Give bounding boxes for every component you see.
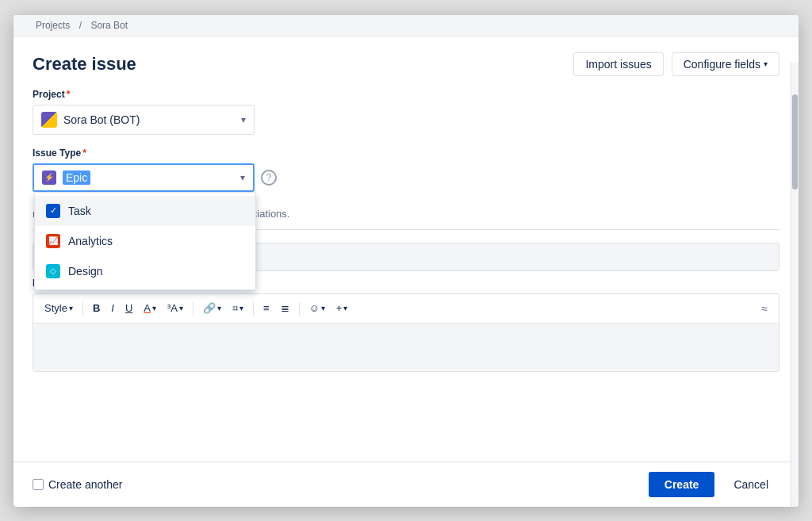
font-size-button[interactable]: ³A ▾ (163, 299, 188, 317)
editor-toolbar: Style ▾ B I U (33, 294, 779, 324)
header-buttons: Import issues Configure fields ▾ (573, 52, 779, 76)
modal: Projects / Sora Bot Create issue Import … (13, 15, 799, 507)
issue-type-dropdown-menu: ✓ Task 📈 Analytics ◇ Design (34, 192, 256, 290)
task-label: Task (68, 205, 91, 217)
issue-type-value: Epic (63, 170, 90, 185)
separator-4 (299, 302, 300, 315)
underline-button[interactable]: U (121, 299, 137, 317)
bold-button[interactable]: B (88, 299, 105, 317)
configure-fields-button[interactable]: Configure fields ▾ (672, 52, 779, 76)
project-label: Project* (33, 89, 779, 100)
scrollbar-track (791, 63, 799, 507)
description-field-group: Description Style ▾ B I (33, 278, 779, 372)
separator-3 (253, 302, 254, 315)
editor-container: Style ▾ B I U (33, 293, 779, 372)
required-star: * (67, 89, 71, 100)
dropdown-item-design[interactable]: ◇ Design (35, 256, 255, 286)
chevron-down-icon: ▾ (241, 114, 246, 125)
import-issues-button[interactable]: Import issues (573, 52, 663, 76)
create-another-checkbox[interactable] (33, 479, 44, 490)
modal-title: Create issue (33, 54, 136, 75)
project-dropdown[interactable]: Sora Bot (BOT) ▾ (33, 105, 255, 135)
separator-2 (193, 302, 193, 315)
project-value: Sora Bot (BOT) (63, 113, 140, 126)
chevron-down-icon-2: ▾ (240, 172, 245, 183)
link-button[interactable]: 🔗 ▾ (198, 299, 226, 317)
collapse-icon: ≈ (761, 302, 768, 315)
form-area: Project* Sora Bot (BOT) ▾ Issue Type* (13, 89, 799, 462)
numbered-list-button[interactable]: ≣ (276, 299, 294, 317)
chevron-down-icon-6: ▾ (217, 304, 221, 312)
create-another-group: Create another (33, 478, 122, 491)
font-color-button[interactable]: A ▾ (139, 299, 161, 317)
insert-button[interactable]: + ▾ (331, 299, 353, 317)
help-icon[interactable]: ? (261, 170, 277, 186)
dropdown-item-task[interactable]: ✓ Task (35, 196, 255, 226)
more-link-button[interactable]: ⌗ ▾ (228, 299, 248, 318)
bullet-list-button[interactable]: ≡ (259, 299, 274, 317)
chevron-down-icon-8: ▾ (321, 304, 325, 312)
chevron-down-icon-9: ▾ (343, 304, 347, 312)
modal-footer: Create another Create Cancel (13, 462, 799, 507)
project-field-group: Project* Sora Bot (BOT) ▾ (33, 89, 779, 135)
epic-icon: ⚡ (42, 170, 56, 185)
project-icon (41, 112, 57, 128)
scrollbar-thumb (792, 94, 798, 190)
breadcrumb: Projects / Sora Bot (13, 15, 799, 36)
required-star-2: * (82, 147, 86, 159)
chevron-down-icon-4: ▾ (152, 304, 156, 312)
analytics-label: Analytics (68, 235, 113, 247)
dropdown-item-analytics[interactable]: 📈 Analytics (35, 226, 255, 256)
create-button[interactable]: Create (649, 472, 715, 497)
chevron-down-icon: ▾ (764, 59, 768, 68)
separator-1 (82, 302, 83, 315)
design-icon: ◇ (46, 264, 60, 278)
editor-body[interactable] (33, 324, 779, 371)
task-icon: ✓ (46, 204, 60, 218)
emoji-button[interactable]: ☺ ▾ (304, 299, 330, 317)
issue-type-label: Issue Type* (33, 147, 779, 159)
cancel-button[interactable]: Cancel (722, 472, 779, 497)
chevron-down-icon-7: ▾ (239, 304, 243, 312)
chevron-down-icon-3: ▾ (69, 304, 73, 312)
chevron-down-icon-5: ▾ (179, 304, 183, 312)
modal-content: Create issue Import issues Configure fie… (13, 36, 799, 507)
style-button[interactable]: Style ▾ (40, 299, 78, 317)
analytics-icon: 📈 (46, 234, 60, 248)
create-another-label: Create another (48, 478, 122, 491)
breadcrumb-sora-bot[interactable]: Sora Bot (90, 20, 128, 31)
issue-type-field-group: Issue Type* ⚡ Epic ▾ ✓ Task (33, 147, 779, 192)
issue-type-row: ⚡ Epic ▾ ✓ Task 📈 Analyt (33, 163, 779, 192)
breadcrumb-projects[interactable]: Projects (36, 20, 70, 31)
collapse-button[interactable]: ≈ (756, 299, 772, 318)
modal-header: Create issue Import issues Configure fie… (13, 36, 799, 89)
design-label: Design (68, 265, 103, 278)
italic-button[interactable]: I (106, 299, 119, 317)
issue-type-dropdown[interactable]: ⚡ Epic ▾ ✓ Task 📈 Analyt (33, 163, 255, 192)
